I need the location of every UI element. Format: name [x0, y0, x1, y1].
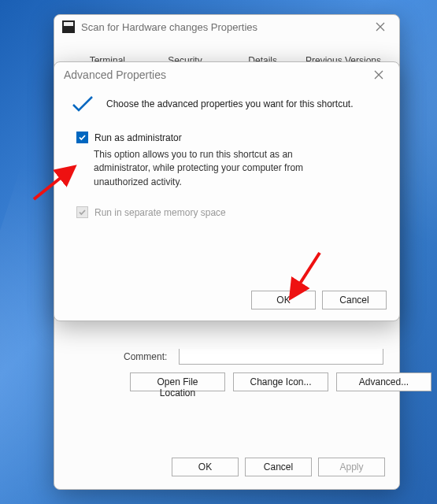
adv-cancel-button[interactable]: Cancel: [322, 291, 387, 309]
run-as-admin-label: Run as administrator: [94, 132, 182, 143]
shortcut-buttons-row: Open File Location Change Icon... Advanc…: [130, 372, 431, 391]
checkmark-icon: [78, 133, 87, 142]
run-as-admin-checkbox[interactable]: [76, 132, 88, 143]
properties-title: Scan for Hardware changes Properties: [81, 21, 369, 33]
adv-close-button[interactable]: [368, 66, 390, 83]
adv-header-text: Choose the advanced properties you want …: [106, 98, 354, 109]
close-icon: [376, 22, 385, 32]
run-as-admin-head: Run as administrator: [76, 132, 383, 143]
comment-row: Comment:: [124, 349, 383, 365]
adv-ok-button[interactable]: OK: [251, 291, 316, 309]
props-apply-button[interactable]: Apply: [318, 458, 385, 476]
terminal-icon: [62, 20, 75, 33]
adv-header-row: Choose the advanced properties you want …: [70, 92, 383, 116]
checkmark-icon: [78, 208, 87, 217]
close-icon: [374, 70, 383, 80]
props-ok-button[interactable]: OK: [172, 458, 239, 476]
adv-title: Advanced Properties: [64, 69, 368, 81]
change-icon-button[interactable]: Change Icon...: [233, 372, 328, 391]
properties-titlebar: Scan for Hardware changes Properties: [54, 15, 399, 39]
advanced-button[interactable]: Advanced...: [336, 372, 431, 391]
check-icon: [70, 92, 95, 116]
adv-body: Choose the advanced properties you want …: [54, 87, 399, 218]
run-as-admin-option: Run as administrator This option allows …: [76, 132, 383, 189]
separate-memory-label: Run in separate memory space: [94, 207, 226, 218]
advanced-properties-dialog: Advanced Properties Choose the advanced …: [54, 61, 400, 321]
separate-memory-checkbox: [76, 206, 88, 218]
adv-dialog-buttons: OK Cancel: [251, 291, 387, 309]
comment-label: Comment:: [124, 351, 172, 362]
properties-bottom-buttons: OK Cancel Apply: [54, 458, 399, 476]
separate-memory-option: Run in separate memory space: [76, 206, 383, 218]
comment-input[interactable]: [179, 349, 383, 365]
run-as-admin-desc: This option allows you to run this short…: [94, 148, 338, 189]
close-button[interactable]: [369, 18, 391, 35]
props-cancel-button[interactable]: Cancel: [245, 458, 312, 476]
separate-memory-head: Run in separate memory space: [76, 206, 383, 218]
open-file-location-button[interactable]: Open File Location: [130, 372, 225, 391]
adv-titlebar: Advanced Properties: [54, 62, 399, 87]
